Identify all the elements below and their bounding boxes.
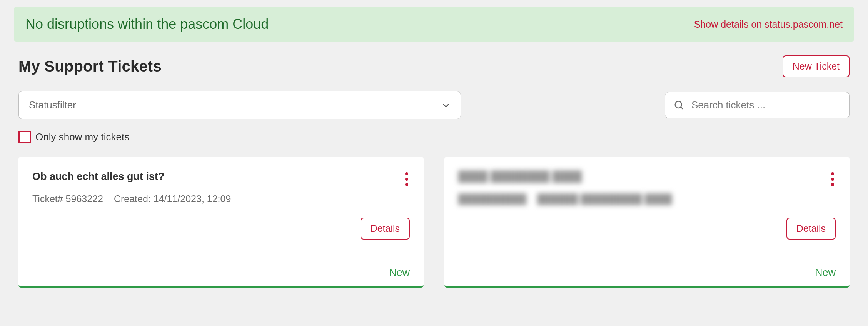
page-title: My Support Tickets xyxy=(18,58,162,75)
banner-message: No disruptions within the pascom Cloud xyxy=(25,16,269,32)
ticket-number: ██████████ xyxy=(458,193,526,205)
chevron-down-icon xyxy=(441,101,451,110)
only-mine-row: Only show my tickets xyxy=(14,131,854,143)
ticket-created: ██████ █████████ ████ xyxy=(537,193,672,205)
filter-row: Statusfilter xyxy=(14,91,854,119)
details-button[interactable]: Details xyxy=(361,218,410,240)
ticket-card: Ob auch echt alles gut ist? Ticket# 5963… xyxy=(18,157,424,288)
search-icon xyxy=(674,100,684,111)
ticket-more-menu[interactable] xyxy=(404,171,410,188)
details-button[interactable]: Details xyxy=(786,218,836,240)
ticket-title: Ob auch echt alles gut ist? xyxy=(32,171,165,183)
new-ticket-button[interactable]: New Ticket xyxy=(783,55,850,77)
svg-point-0 xyxy=(675,101,682,108)
svg-line-1 xyxy=(681,107,683,109)
ticket-meta: ██████████ ██████ █████████ ████ xyxy=(458,193,836,205)
search-input[interactable] xyxy=(691,99,841,111)
tickets-list: Ob auch echt alles gut ist? Ticket# 5963… xyxy=(14,157,854,288)
ticket-title: ████ ████████ ████ xyxy=(458,171,582,183)
header-row: My Support Tickets New Ticket xyxy=(14,55,854,77)
only-mine-label: Only show my tickets xyxy=(35,131,129,143)
status-filter-placeholder: Statusfilter xyxy=(29,99,76,111)
status-filter-select[interactable]: Statusfilter xyxy=(18,91,461,119)
more-vertical-icon xyxy=(831,172,834,186)
ticket-created: Created: 14/11/2023, 12:09 xyxy=(114,193,231,205)
ticket-card: ████ ████████ ████ ██████████ ██████ ███… xyxy=(444,157,850,288)
status-banner: No disruptions within the pascom Cloud S… xyxy=(14,7,854,42)
status-badge: New xyxy=(815,267,836,279)
only-mine-checkbox[interactable] xyxy=(18,131,31,143)
ticket-more-menu[interactable] xyxy=(830,171,836,188)
ticket-meta: Ticket# 5963222 Created: 14/11/2023, 12:… xyxy=(32,193,410,205)
more-vertical-icon xyxy=(405,172,408,186)
status-badge: New xyxy=(389,267,410,279)
ticket-number: Ticket# 5963222 xyxy=(32,193,103,205)
search-box[interactable] xyxy=(665,92,850,118)
banner-link[interactable]: Show details on status.pascom.net xyxy=(694,19,843,30)
